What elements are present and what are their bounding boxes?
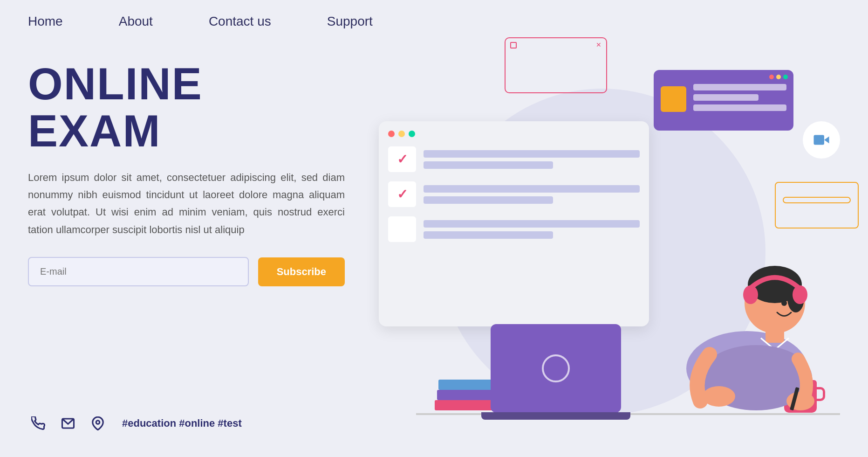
- hashtags-text: #education #online #test: [122, 417, 242, 429]
- svg-point-9: [781, 300, 787, 306]
- check-line-1b: [424, 161, 553, 169]
- svg-point-8: [793, 285, 807, 304]
- browser-dot-red: [388, 131, 395, 137]
- hero-left: ONLINE EXAM Lorem ipsum dolor sit amet, …: [28, 61, 345, 286]
- card-lines: [693, 84, 786, 111]
- video-icon-circle: [803, 121, 840, 159]
- checkbox-1: ✓: [388, 146, 416, 172]
- check-line-2b: [424, 196, 553, 204]
- dot-green: [783, 75, 788, 79]
- check-line-3a: [424, 220, 640, 228]
- check-line-2a: [424, 185, 640, 193]
- svg-point-7: [743, 285, 758, 304]
- dot-yellow: [776, 75, 781, 79]
- nav-home[interactable]: Home: [28, 14, 63, 29]
- checklist-item-1: ✓: [388, 146, 640, 172]
- laptop-base: [481, 412, 630, 420]
- laptop-webcam: [542, 354, 570, 382]
- card-line-2: [693, 94, 759, 101]
- footer-icons: #education #online #test: [28, 413, 242, 434]
- card-dots: [769, 75, 788, 79]
- card-purple: [654, 70, 793, 131]
- browser-dot-green: [409, 131, 415, 137]
- laptop: [491, 324, 621, 413]
- person-illustration: [672, 201, 821, 415]
- browser-dots: [388, 131, 640, 137]
- svg-rect-2: [814, 135, 825, 145]
- checklist-item-3: [388, 216, 640, 242]
- nav-support[interactable]: Support: [327, 14, 373, 29]
- books-stack: [435, 373, 500, 410]
- check-lines-1: [424, 150, 640, 169]
- card-line-1: [693, 84, 786, 90]
- nav-contact[interactable]: Contact us: [209, 14, 271, 29]
- window-red: ✕: [505, 37, 607, 93]
- book-2: [437, 390, 493, 400]
- check-lines-3: [424, 220, 640, 239]
- browser-window: ✓ ✓: [379, 121, 649, 326]
- email-input[interactable]: [28, 257, 249, 286]
- checkbox-2: ✓: [388, 181, 416, 207]
- card-line-3: [693, 104, 786, 111]
- check-line-1a: [424, 150, 640, 158]
- checklist-item-2: ✓: [388, 181, 640, 207]
- checkbox-3: [388, 216, 416, 242]
- check-line-3b: [424, 231, 553, 239]
- email-icon: [58, 413, 78, 434]
- card-orange-square: [661, 86, 686, 112]
- nav-about[interactable]: About: [119, 14, 153, 29]
- main-title: ONLINE EXAM: [28, 61, 345, 155]
- svg-point-12: [703, 386, 735, 407]
- window-red-corner-icon: [510, 42, 517, 48]
- close-icon: ✕: [596, 41, 601, 48]
- subscription-form: Subscribe: [28, 257, 345, 286]
- phone-icon: [28, 413, 48, 434]
- location-icon: [88, 413, 108, 434]
- svg-point-1: [96, 421, 100, 424]
- checkmark-1: ✓: [397, 152, 408, 167]
- svg-rect-10: [765, 329, 784, 343]
- dot-red: [769, 75, 774, 79]
- check-lines-2: [424, 185, 640, 204]
- book-1: [435, 400, 495, 410]
- description-text: Lorem ipsum dolor sit amet, consectetuer…: [28, 169, 345, 239]
- browser-dot-yellow: [398, 131, 405, 137]
- illustration-area: ✕: [379, 28, 868, 438]
- book-3: [438, 380, 492, 390]
- subscribe-button[interactable]: Subscribe: [258, 257, 345, 286]
- checkmark-2: ✓: [397, 187, 408, 202]
- video-camera-icon: [813, 132, 830, 148]
